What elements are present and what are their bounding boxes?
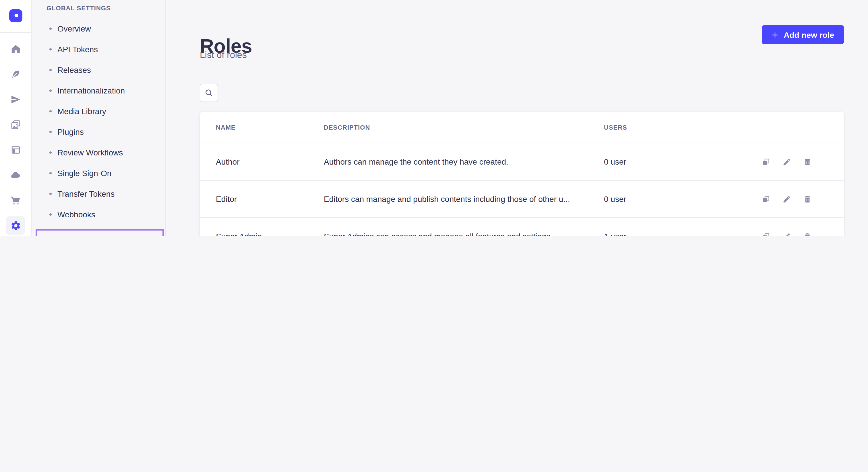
- delete-icon[interactable]: [803, 194, 812, 204]
- add-new-role-button[interactable]: Add new role: [762, 25, 844, 44]
- duplicate-icon[interactable]: [761, 194, 770, 204]
- media-library-icon[interactable]: [6, 115, 25, 134]
- search-icon: [205, 88, 214, 98]
- section-administration-panel: ADMINISTRATION PANEL Audit Logs Roles Us…: [32, 233, 165, 236]
- role-description: Editors can manage and publish contents …: [324, 194, 604, 204]
- content-manager-icon[interactable]: [6, 64, 25, 84]
- home-icon[interactable]: [6, 39, 25, 59]
- edit-icon[interactable]: [782, 232, 791, 236]
- releases-icon[interactable]: [6, 90, 25, 109]
- subnav-item-transfer-tokens[interactable]: Transfer Tokens: [32, 183, 165, 204]
- search-button[interactable]: [200, 84, 218, 102]
- row-actions: [729, 232, 844, 236]
- plus-icon: [772, 31, 778, 38]
- main-content: Roles List of roles Add new role NAME DE…: [166, 0, 868, 236]
- marketplace-icon[interactable]: [6, 191, 25, 210]
- edit-icon[interactable]: [782, 194, 791, 204]
- subnav-item-single-sign-on[interactable]: Single Sign-On: [32, 163, 165, 183]
- section-title: GLOBAL SETTINGS: [32, 2, 165, 14]
- table-row-author[interactable]: Author Authors can manage the content th…: [200, 143, 844, 180]
- section-global-settings: GLOBAL SETTINGS Overview API Tokens Rele…: [32, 2, 165, 225]
- subnav-item-releases[interactable]: Releases: [32, 60, 165, 80]
- rail-divider: [0, 32, 31, 33]
- subnav-item-review-workflows[interactable]: Review Workflows: [32, 142, 165, 163]
- role-name: Editor: [200, 194, 324, 204]
- main-nav-rail: KD: [0, 0, 32, 236]
- column-header-users: USERS: [604, 124, 729, 131]
- section-title: ADMINISTRATION PANEL: [32, 233, 165, 236]
- cloud-icon[interactable]: [6, 165, 25, 185]
- subnav-item-plugins[interactable]: Plugins: [32, 122, 165, 142]
- role-users-count: 1 user: [604, 232, 729, 236]
- settings-subnav: GLOBAL SETTINGS Overview API Tokens Rele…: [32, 0, 166, 236]
- subnav-item-overview[interactable]: Overview: [32, 19, 165, 39]
- roles-table-card: NAME DESCRIPTION USERS Author Authors ca…: [200, 112, 844, 236]
- subnav-item-internationalization[interactable]: Internationalization: [32, 80, 165, 101]
- delete-icon[interactable]: [803, 232, 812, 236]
- role-description: Super Admins can access and manage all f…: [324, 232, 604, 236]
- column-header-name: NAME: [200, 124, 324, 131]
- table-header-row: NAME DESCRIPTION USERS: [200, 112, 844, 143]
- table-row-editor[interactable]: Editor Editors can manage and publish co…: [200, 180, 844, 217]
- page-subtitle: List of roles: [200, 50, 247, 60]
- edit-icon[interactable]: [782, 157, 791, 166]
- role-description: Authors can manage the content they have…: [324, 157, 604, 166]
- role-name: Author: [200, 157, 324, 166]
- subnav-item-media-library[interactable]: Media Library: [32, 101, 165, 122]
- duplicate-icon[interactable]: [761, 157, 770, 166]
- row-actions: [729, 157, 844, 166]
- strapi-settings-screen: KD GLOBAL SETTINGS Overview API Tokens R…: [0, 0, 868, 236]
- content-type-builder-icon[interactable]: [6, 140, 25, 160]
- strapi-logo[interactable]: [9, 9, 22, 22]
- role-users-count: 0 user: [604, 194, 729, 204]
- table-row-super-admin[interactable]: Super Admin Super Admins can access and …: [200, 217, 844, 236]
- settings-icon[interactable]: [6, 216, 25, 235]
- row-actions: [729, 194, 844, 204]
- role-name: Super Admin: [200, 232, 324, 236]
- delete-icon[interactable]: [803, 157, 812, 166]
- role-users-count: 0 user: [604, 157, 729, 166]
- duplicate-icon[interactable]: [761, 232, 770, 236]
- subnav-item-api-tokens[interactable]: API Tokens: [32, 39, 165, 60]
- add-new-role-button-label: Add new role: [784, 30, 834, 39]
- column-header-description: DESCRIPTION: [324, 124, 604, 131]
- subnav-item-webhooks[interactable]: Webhooks: [32, 204, 165, 225]
